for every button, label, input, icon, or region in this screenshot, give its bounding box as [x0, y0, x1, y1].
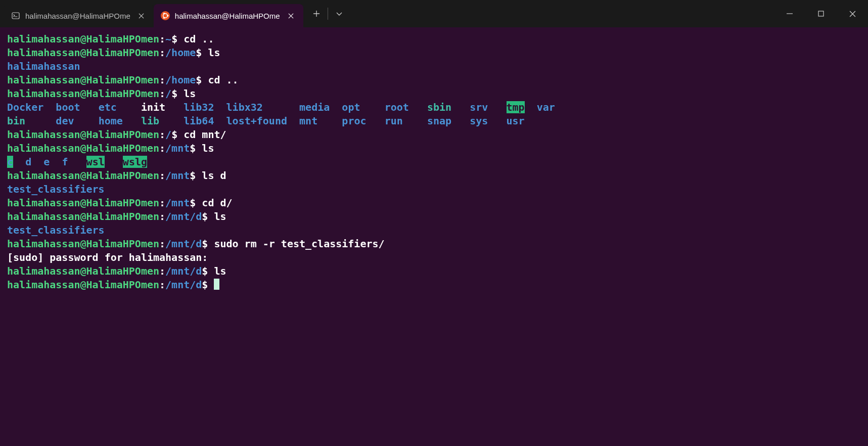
tab-title: halimahassan@HalimaHPOme: [25, 12, 130, 20]
titlebar: halimahassan@HalimaHPOme halimahassan@Ha…: [0, 0, 868, 27]
close-icon[interactable]: [285, 10, 297, 22]
svg-point-5: [163, 13, 165, 14]
tab-active[interactable]: halimahassan@HalimaHPOme: [154, 4, 303, 27]
tab-title: halimahassan@HalimaHPOme: [175, 12, 280, 20]
divider: [328, 8, 328, 20]
new-tab-button[interactable]: [306, 3, 327, 25]
titlebar-actions: [306, 0, 349, 27]
svg-rect-8: [818, 11, 824, 16]
tab-inactive[interactable]: halimahassan@HalimaHPOme: [4, 4, 154, 27]
terminal-icon: [11, 11, 20, 20]
window-controls: [774, 0, 868, 27]
dropdown-button[interactable]: [329, 3, 349, 25]
ubuntu-icon: [161, 11, 170, 20]
close-icon[interactable]: [135, 10, 148, 22]
minimize-button[interactable]: [774, 0, 805, 27]
maximize-button[interactable]: [805, 0, 837, 27]
terminal-content[interactable]: halimahassan@HalimaHPOmen:~$ cd .. halim…: [0, 27, 868, 297]
tab-strip: halimahassan@HalimaHPOme halimahassan@Ha…: [0, 0, 303, 27]
svg-point-6: [163, 17, 165, 19]
svg-point-4: [167, 15, 168, 16]
close-window-button[interactable]: [837, 0, 868, 27]
svg-rect-0: [12, 13, 19, 19]
